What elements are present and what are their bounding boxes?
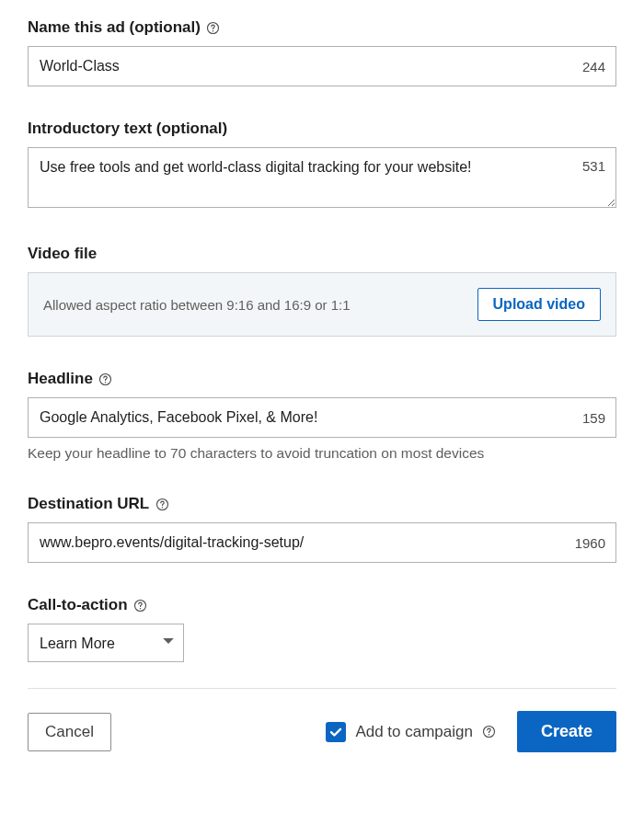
headline-label-row: Headline xyxy=(28,370,616,388)
headline-input[interactable] xyxy=(28,397,616,438)
add-to-campaign-label: Add to campaign xyxy=(355,723,473,741)
svg-point-3 xyxy=(105,381,107,383)
intro-label-row: Introductory text (optional) xyxy=(28,120,616,138)
name-input[interactable] xyxy=(28,46,616,86)
footer-right: Add to campaign Create xyxy=(326,711,616,752)
add-to-campaign-checkbox[interactable] xyxy=(326,722,346,742)
add-to-campaign-group: Add to campaign xyxy=(326,722,497,742)
help-icon[interactable] xyxy=(98,372,113,386)
video-upload-box: Allowed aspect ratio between 9:16 and 16… xyxy=(28,272,616,337)
url-label-row: Destination URL xyxy=(28,495,616,513)
svg-point-9 xyxy=(489,734,490,736)
url-input-wrap: 1960 xyxy=(28,522,616,563)
headline-label: Headline xyxy=(28,370,93,388)
name-label-row: Name this ad (optional) xyxy=(28,18,616,37)
upload-video-button[interactable]: Upload video xyxy=(477,288,601,321)
name-counter: 244 xyxy=(582,59,605,74)
cta-field: Call-to-action Learn More xyxy=(28,596,616,662)
url-label: Destination URL xyxy=(28,495,149,513)
name-input-wrap: 244 xyxy=(28,46,616,86)
intro-field: Introductory text (optional) 531 xyxy=(28,120,616,212)
url-input[interactable] xyxy=(28,522,616,563)
svg-point-1 xyxy=(213,29,214,31)
create-button[interactable]: Create xyxy=(517,711,616,752)
url-counter: 1960 xyxy=(575,535,605,551)
intro-textarea[interactable] xyxy=(28,147,616,208)
url-field: Destination URL 1960 xyxy=(28,495,616,563)
cancel-button[interactable]: Cancel xyxy=(28,713,111,751)
cta-select-wrap: Learn More xyxy=(28,624,184,662)
headline-field: Headline 159 Keep your headline to 70 ch… xyxy=(28,370,616,462)
headline-counter: 159 xyxy=(582,410,605,426)
intro-counter: 531 xyxy=(582,158,605,174)
help-icon[interactable] xyxy=(133,598,148,613)
video-field: Video file Allowed aspect ratio between … xyxy=(28,245,616,337)
help-icon[interactable] xyxy=(206,20,221,35)
name-label: Name this ad (optional) xyxy=(28,18,201,37)
cta-label: Call-to-action xyxy=(28,596,128,614)
name-field: Name this ad (optional) 244 xyxy=(28,18,616,86)
headline-input-wrap: 159 xyxy=(28,397,616,438)
help-icon[interactable] xyxy=(482,725,497,739)
video-label: Video file xyxy=(28,245,97,263)
intro-label: Introductory text (optional) xyxy=(28,120,227,138)
footer: Cancel Add to campaign Create xyxy=(28,711,616,752)
help-icon[interactable] xyxy=(155,497,169,511)
cta-label-row: Call-to-action xyxy=(28,596,616,614)
svg-point-7 xyxy=(140,607,142,609)
divider xyxy=(28,688,616,689)
intro-input-wrap: 531 xyxy=(28,147,616,212)
svg-point-5 xyxy=(161,506,163,508)
video-label-row: Video file xyxy=(28,245,616,263)
video-hint: Allowed aspect ratio between 9:16 and 16… xyxy=(43,297,351,313)
cta-select[interactable]: Learn More xyxy=(28,624,184,662)
headline-helper: Keep your headline to 70 characters to a… xyxy=(28,445,616,462)
